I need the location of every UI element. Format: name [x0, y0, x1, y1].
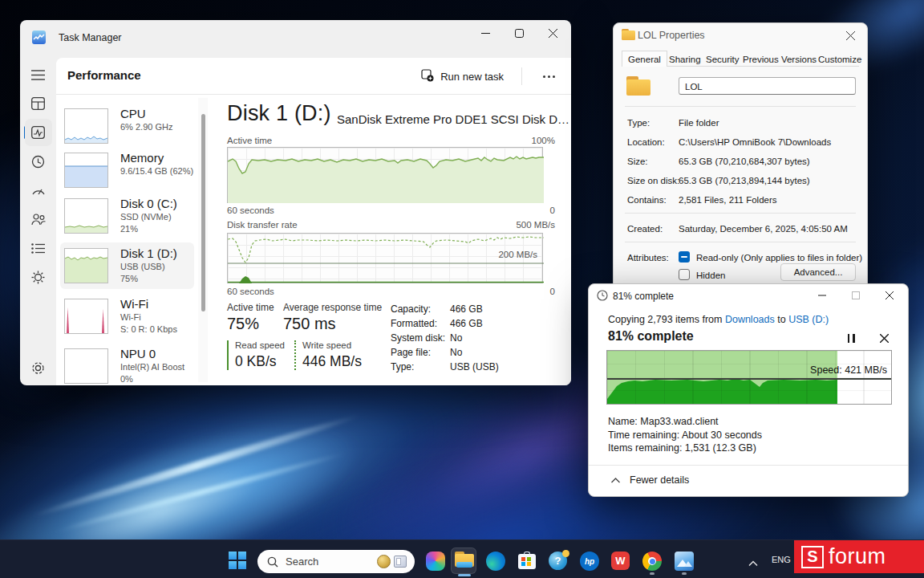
search-placeholder: Search	[286, 556, 377, 568]
run-new-task-label: Run new task	[440, 71, 504, 83]
disk0-thumbnail	[64, 198, 108, 234]
transfer-rate-chart: 200 MB/s	[227, 233, 543, 283]
downloads-link[interactable]: Downloads	[725, 314, 775, 325]
search-icon	[267, 556, 278, 568]
metric-item-disk1[interactable]: Disk 1 (D:)USB (USB)75%	[60, 242, 194, 289]
settings-icon[interactable]	[25, 354, 52, 381]
properties-titlebar: LOL Properties	[614, 23, 867, 47]
metric-list: CPU6% 2.90 GHz Memory9.6/15.4 GB (62%) D…	[56, 95, 197, 385]
metric-item-npu[interactable]: NPU 0Intel(R) AI Boost0%	[60, 343, 194, 391]
copy-speed-chart: Speed: 421 MB/s	[606, 350, 892, 405]
fewer-details-button[interactable]: Fewer details	[611, 474, 689, 486]
disk1-thumbnail	[64, 248, 108, 283]
usb-link[interactable]: USB (D:)	[788, 314, 829, 325]
wps-icon[interactable]: W	[611, 552, 630, 571]
folder-icon-large	[626, 76, 650, 96]
task-manager-title: Task Manager	[59, 32, 122, 43]
task-manager-app-icon	[32, 31, 46, 44]
metric-item-disk0[interactable]: Disk 0 (C:)SSD (NVMe)21%	[60, 193, 194, 241]
run-new-task-icon	[421, 69, 434, 84]
progress-heading: 81% complete	[608, 329, 694, 344]
chrome-icon[interactable]	[642, 552, 662, 571]
task-manager-content: Performance Run new task CPU6% 2.90 GHz	[56, 58, 571, 385]
metric-item-wifi[interactable]: Wi-FiWi-FiS: 0 R: 0 Kbps	[60, 293, 194, 341]
app-history-icon[interactable]	[25, 148, 52, 175]
task-manager-nav-rail	[20, 58, 56, 385]
copy-maximize-button[interactable]	[839, 284, 873, 307]
hidden-checkbox[interactable]	[679, 269, 690, 280]
copy-dialog-icon	[597, 290, 608, 304]
search-highlight-notebook-icon[interactable]	[394, 556, 407, 568]
detail-title: Disk 1 (D:)	[227, 101, 331, 126]
copy-info: Name: Map33.wad.client Time remaining: A…	[608, 415, 762, 455]
metric-item-cpu[interactable]: CPU6% 2.90 GHz	[60, 103, 194, 147]
run-new-task-button[interactable]: Run new task	[415, 64, 510, 89]
npu-thumbnail	[64, 348, 108, 384]
sforum-watermark: S forum	[794, 540, 924, 573]
services-icon[interactable]	[25, 263, 52, 291]
cancel-button[interactable]	[876, 331, 892, 345]
startup-apps-icon[interactable]	[25, 177, 52, 204]
copy-minimize-button[interactable]	[805, 284, 839, 307]
search-box[interactable]: Search	[257, 550, 415, 573]
task-manager-titlebar: Task Manager	[20, 20, 571, 58]
wifi-thumbnail	[64, 299, 108, 334]
folder-icon	[622, 29, 635, 40]
search-highlight-coin-icon[interactable]	[377, 555, 391, 568]
avg-response-value: 750 ms	[283, 315, 336, 333]
task-manager-window: Task Manager Performance	[20, 20, 571, 385]
pause-button[interactable]	[841, 331, 861, 345]
edge-icon[interactable]	[486, 552, 505, 571]
folder-name-input[interactable]: LOL	[679, 77, 856, 95]
minimize-button[interactable]	[468, 20, 502, 46]
file-explorer-button[interactable]	[451, 547, 476, 574]
more-options-icon[interactable]	[533, 75, 565, 78]
memory-thumbnail	[64, 153, 108, 188]
performance-icon[interactable]	[25, 119, 52, 146]
write-speed: Write speed 446 MB/s	[294, 340, 362, 370]
properties-tabs: General Sharing Security Previous Versio…	[622, 51, 859, 67]
detail-subtitle: SanDisk Extreme Pro DDE1 SCSI Disk D…	[337, 112, 569, 126]
readonly-checkbox[interactable]	[679, 251, 690, 263]
copy-description: Copying 2,793 items from Downloads to US…	[608, 314, 829, 325]
processes-icon[interactable]	[25, 90, 52, 117]
cpu-thumbnail	[64, 108, 108, 144]
menu-icon[interactable]	[25, 61, 52, 88]
chevron-up-icon	[611, 478, 620, 483]
active-time-chart	[227, 147, 543, 203]
read-speed: Read speed 0 KB/s	[227, 340, 285, 370]
active-time-value: 75%	[227, 315, 259, 333]
file-explorer-icon	[455, 552, 474, 569]
copy-progress-dialog: 81% complete Copying 2,793 items from Do…	[588, 283, 909, 497]
help-app-icon[interactable]: ?	[549, 552, 568, 571]
properties-close-button[interactable]	[837, 25, 864, 46]
details-icon[interactable]	[25, 234, 52, 262]
detail-panel: Disk 1 (D:) SanDisk Extreme Pro DDE1 SCS…	[213, 95, 571, 385]
copilot-icon[interactable]	[426, 552, 445, 571]
metric-item-memory[interactable]: Memory9.6/15.4 GB (62%)	[60, 147, 194, 191]
advanced-button[interactable]: Advanced...	[780, 263, 856, 281]
speed-label: Speed: 421 MB/s	[810, 364, 887, 376]
scrollbar[interactable]	[198, 98, 208, 382]
sforum-logo: S	[801, 546, 824, 568]
tray-chevron-icon[interactable]	[748, 556, 758, 570]
header-separator	[521, 67, 522, 85]
copy-close-button[interactable]	[873, 284, 906, 307]
copy-dialog-title: 81% complete	[613, 291, 674, 302]
maximize-button[interactable]	[502, 20, 536, 46]
properties-title: LOL Properties	[638, 30, 705, 41]
desktop: Task Manager Performance	[0, 0, 924, 578]
close-button[interactable]	[536, 20, 569, 46]
photos-icon[interactable]	[675, 552, 694, 571]
hp-icon[interactable]: hp	[580, 552, 599, 571]
language-indicator[interactable]: ENG	[772, 555, 791, 564]
users-icon[interactable]	[25, 206, 52, 233]
properties-dialog: LOL Properties General Sharing Security …	[613, 22, 868, 305]
tab-general[interactable]: General	[622, 51, 667, 67]
microsoft-store-icon[interactable]	[517, 552, 537, 571]
page-title: Performance	[67, 68, 141, 82]
tab-customize[interactable]: Customize	[813, 52, 867, 67]
start-button[interactable]	[229, 552, 248, 571]
tab-previous-versions[interactable]: Previous Versions	[737, 52, 822, 67]
